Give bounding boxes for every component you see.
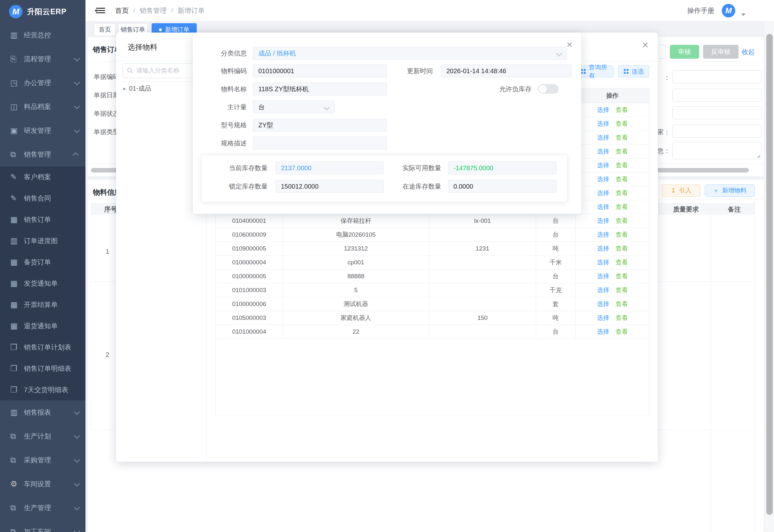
available-stock-input[interactable]: -147875.0000 bbox=[448, 162, 557, 174]
sidebar-item[interactable]: ◫ 料品档案 bbox=[0, 95, 85, 119]
view-link[interactable]: 查看 bbox=[616, 120, 628, 128]
sidebar-item[interactable]: ▣ 研发管理 bbox=[0, 119, 85, 143]
right-input-2[interactable] bbox=[672, 89, 761, 102]
category-select[interactable]: 成品 / 纸杯机 bbox=[253, 47, 567, 60]
query-all-button[interactable]: 查询所有 bbox=[581, 65, 613, 77]
unreview-button[interactable]: 反审核 bbox=[703, 45, 739, 59]
select-link[interactable]: 选择 bbox=[597, 272, 609, 281]
remark-textarea[interactable]: ◢ bbox=[672, 142, 761, 159]
select-link[interactable]: 选择 bbox=[597, 258, 609, 267]
sidebar-subitem[interactable]: ▦ 开票结算单 bbox=[0, 294, 85, 315]
view-link[interactable]: 查看 bbox=[616, 217, 628, 225]
table-row[interactable]: 0100000006 测试机器 套 选择 查看 bbox=[216, 297, 649, 311]
sidebar-subitem[interactable]: ❐ 销售订单明细表 bbox=[0, 358, 85, 379]
sidebar-subitem[interactable]: ▦ 发货通知单 bbox=[0, 273, 85, 294]
select-link[interactable]: 选择 bbox=[597, 133, 609, 142]
breadcrumb-new-order[interactable]: 新增订单 bbox=[178, 6, 205, 15]
select-link[interactable]: 选择 bbox=[597, 203, 609, 211]
avatar[interactable]: M bbox=[722, 4, 735, 17]
view-link[interactable]: 查看 bbox=[616, 175, 628, 183]
view-link[interactable]: 查看 bbox=[616, 189, 628, 197]
table-row[interactable]: 0105000003 家庭机器人 150 吨 选择 查看 bbox=[216, 311, 649, 325]
sidebar-item[interactable]: ◳ 办公管理 bbox=[0, 71, 85, 95]
view-link[interactable]: 查看 bbox=[616, 286, 628, 294]
view-link[interactable]: 查看 bbox=[616, 161, 628, 170]
select-link[interactable]: 选择 bbox=[597, 120, 609, 128]
select-link[interactable]: 选择 bbox=[597, 106, 609, 114]
right-input-3[interactable] bbox=[672, 106, 761, 119]
select-link[interactable]: 选择 bbox=[597, 189, 609, 197]
table-row[interactable]: 0100000004 cp001 千米 选择 查看 bbox=[216, 256, 649, 270]
locked-stock-input[interactable]: 150012.0000 bbox=[275, 180, 384, 193]
sidebar-subitem[interactable]: ✎ 客户档案 bbox=[0, 166, 85, 188]
view-link[interactable]: 查看 bbox=[616, 314, 628, 322]
spec-input[interactable] bbox=[253, 137, 387, 150]
view-link[interactable]: 查看 bbox=[616, 203, 628, 211]
vertical-scrollbar-track[interactable] bbox=[765, 21, 774, 532]
sidebar-item[interactable]: ▥ 经营总控 bbox=[0, 23, 85, 47]
right-input-4[interactable] bbox=[672, 125, 761, 138]
select-link[interactable]: 选择 bbox=[597, 217, 609, 225]
name-input[interactable]: 118S ZY型纸杯机 bbox=[253, 83, 387, 95]
sidebar-subitem[interactable]: ▥ 订单进度图 bbox=[0, 230, 85, 251]
add-material-button[interactable]: ＋新增物料 bbox=[705, 184, 755, 197]
current-stock-input[interactable]: 2137.0000 bbox=[275, 162, 384, 174]
breadcrumb-home[interactable]: 首页 bbox=[115, 6, 129, 15]
view-link[interactable]: 查看 bbox=[616, 106, 628, 114]
view-link[interactable]: 查看 bbox=[616, 300, 628, 308]
import-button[interactable]: ↧引入 bbox=[662, 184, 700, 197]
sidebar-subitem[interactable]: ▦ 备货订单 bbox=[0, 251, 85, 273]
select-link[interactable]: 选择 bbox=[597, 314, 609, 322]
review-button[interactable]: 审核 bbox=[670, 45, 699, 59]
table-row[interactable]: 0109000005 1231312 1231 吨 选择 查看 bbox=[216, 242, 649, 256]
table-row[interactable]: 0101000003 5 千克 选择 查看 bbox=[216, 283, 649, 297]
table-row[interactable]: 0100000005 88888 台 选择 查看 bbox=[216, 270, 649, 283]
sidebar-item[interactable]: ⧉ 加工车间 bbox=[0, 520, 85, 532]
breadcrumb-sales[interactable]: 销售管理 bbox=[140, 6, 167, 15]
select-link[interactable]: 选择 bbox=[597, 244, 609, 253]
select-link[interactable]: 选择 bbox=[597, 286, 609, 294]
right-input-1[interactable] bbox=[672, 70, 761, 83]
view-link[interactable]: 查看 bbox=[616, 272, 628, 281]
select-link[interactable]: 选择 bbox=[597, 300, 609, 308]
modal-close-icon[interactable]: ✕ bbox=[642, 41, 649, 49]
select-link[interactable]: 选择 bbox=[597, 231, 609, 239]
tree-node-finished-goods[interactable]: ▸ 01-成品 bbox=[123, 84, 151, 93]
sidebar-item[interactable]: ⚙ 车间设置 bbox=[0, 472, 85, 496]
sidebar-subitem[interactable]: ❐ 销售订单计划表 bbox=[0, 337, 85, 358]
view-link[interactable]: 查看 bbox=[616, 147, 628, 156]
table-row[interactable]: 0106000009 电脑20260105 台 选择 查看 bbox=[216, 228, 649, 242]
tree-expand-icon[interactable]: ▸ bbox=[123, 85, 126, 92]
app-logo-row[interactable]: M 升阳云ERP bbox=[0, 0, 85, 23]
table-row[interactable]: 0104000001 保存箱拉杆 lx-001 台 选择 查看 bbox=[216, 214, 649, 228]
sidebar-subitem[interactable]: ▦ 退货通知单 bbox=[0, 315, 85, 337]
sidebar-item[interactable]: ⧉ 销售管理 bbox=[0, 143, 85, 166]
unit-select[interactable]: 台 bbox=[253, 101, 335, 113]
sidebar-subitem[interactable]: ❐ 7天交货明细表 bbox=[0, 379, 85, 400]
sidebar-item[interactable]: ⎘ 流程管理 bbox=[0, 47, 85, 71]
popup-close-icon[interactable]: ✕ bbox=[566, 41, 573, 49]
view-link[interactable]: 查看 bbox=[616, 244, 628, 253]
sidebar-item[interactable]: ⧉ 生产计划 bbox=[0, 424, 85, 448]
code-input[interactable]: 0101000001 bbox=[253, 64, 387, 77]
tab-home[interactable]: 首页 bbox=[94, 23, 116, 36]
sidebar-item[interactable]: ⧉ 生产管理 bbox=[0, 496, 85, 520]
select-link[interactable]: 选择 bbox=[597, 147, 609, 156]
resize-handle-icon[interactable]: ◢ bbox=[757, 153, 760, 158]
transit-stock-input[interactable]: 0.0000 bbox=[448, 180, 557, 193]
sidebar-item[interactable]: ⧉ 采购管理 bbox=[0, 448, 85, 472]
manual-link[interactable]: 操作手册 bbox=[687, 0, 714, 21]
collapse-menu-icon[interactable] bbox=[96, 6, 105, 14]
collapse-link[interactable]: 收起 bbox=[742, 48, 755, 56]
table-row[interactable]: 0101000004 22 台 选择 查看 bbox=[216, 325, 649, 339]
avatar-caret-icon[interactable] bbox=[741, 14, 746, 18]
allow-negative-toggle[interactable] bbox=[538, 84, 559, 94]
view-link[interactable]: 查看 bbox=[616, 231, 628, 239]
select-link[interactable]: 选择 bbox=[597, 161, 609, 170]
view-link[interactable]: 查看 bbox=[616, 133, 628, 142]
updated-input[interactable]: 2026-01-14 14:48:46 bbox=[441, 64, 571, 77]
sidebar-subitem[interactable]: ▦ 销售订单 bbox=[0, 209, 85, 230]
model-input[interactable]: ZY型 bbox=[253, 119, 387, 132]
multi-select-button[interactable]: 连选 bbox=[618, 65, 649, 77]
vertical-scrollbar-thumb[interactable] bbox=[766, 34, 773, 515]
